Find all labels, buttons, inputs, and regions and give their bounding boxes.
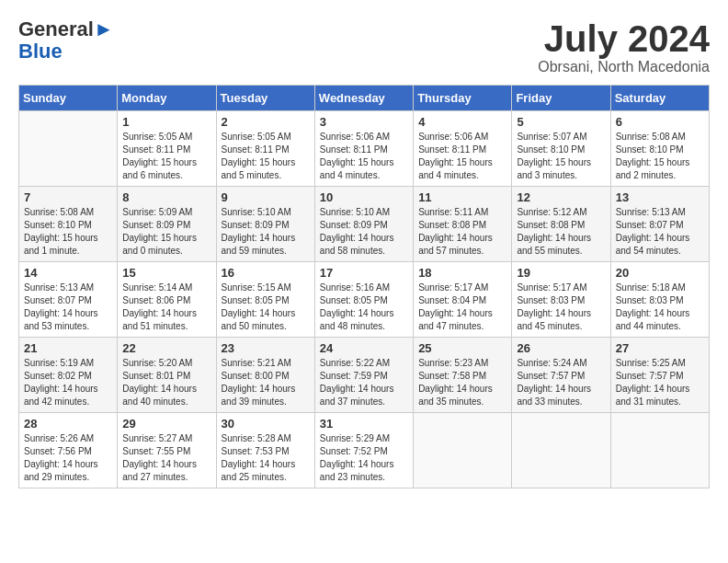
day-info: Sunrise: 5:27 AM Sunset: 7:55 PM Dayligh… <box>122 432 210 484</box>
calendar-cell: 23Sunrise: 5:21 AM Sunset: 8:00 PM Dayli… <box>216 338 314 413</box>
calendar-cell: 13Sunrise: 5:13 AM Sunset: 8:07 PM Dayli… <box>610 187 709 262</box>
week-row-4: 21Sunrise: 5:19 AM Sunset: 8:02 PM Dayli… <box>19 338 710 413</box>
calendar-cell: 20Sunrise: 5:18 AM Sunset: 8:03 PM Dayli… <box>610 262 709 338</box>
day-number: 12 <box>517 190 605 204</box>
calendar-cell: 10Sunrise: 5:10 AM Sunset: 8:09 PM Dayli… <box>314 187 413 262</box>
calendar-cell: 25Sunrise: 5:23 AM Sunset: 7:58 PM Dayli… <box>414 338 512 413</box>
calendar-cell: 24Sunrise: 5:22 AM Sunset: 7:59 PM Dayli… <box>314 338 413 413</box>
day-info: Sunrise: 5:17 AM Sunset: 8:03 PM Dayligh… <box>517 282 605 333</box>
week-row-2: 7Sunrise: 5:08 AM Sunset: 8:10 PM Daylig… <box>19 187 710 262</box>
calendar-cell: 31Sunrise: 5:29 AM Sunset: 7:52 PM Dayli… <box>314 413 413 488</box>
day-number: 8 <box>122 190 210 204</box>
day-number: 18 <box>418 266 506 280</box>
day-info: Sunrise: 5:23 AM Sunset: 7:58 PM Dayligh… <box>418 357 506 408</box>
day-number: 5 <box>517 115 605 129</box>
day-number: 31 <box>320 417 408 431</box>
calendar-cell: 9Sunrise: 5:10 AM Sunset: 8:09 PM Daylig… <box>216 187 314 262</box>
day-info: Sunrise: 5:05 AM Sunset: 8:11 PM Dayligh… <box>222 131 310 182</box>
day-number: 27 <box>616 341 704 355</box>
day-of-week-monday: Monday <box>118 86 216 111</box>
day-number: 14 <box>24 266 112 280</box>
logo: General► Blue <box>18 18 114 63</box>
page-header: General► Blue July 2024 Obrsani, North M… <box>18 18 710 75</box>
day-info: Sunrise: 5:17 AM Sunset: 8:04 PM Dayligh… <box>418 282 506 333</box>
week-row-1: 1Sunrise: 5:05 AM Sunset: 8:11 PM Daylig… <box>19 111 710 187</box>
day-number: 1 <box>122 115 210 129</box>
day-info: Sunrise: 5:29 AM Sunset: 7:52 PM Dayligh… <box>320 432 408 484</box>
day-number: 3 <box>320 115 408 129</box>
week-row-5: 28Sunrise: 5:26 AM Sunset: 7:56 PM Dayli… <box>19 413 710 488</box>
day-info: Sunrise: 5:16 AM Sunset: 8:05 PM Dayligh… <box>320 282 408 333</box>
day-of-week-saturday: Saturday <box>610 86 709 111</box>
day-number: 19 <box>517 266 605 280</box>
day-number: 4 <box>418 115 506 129</box>
calendar-cell: 21Sunrise: 5:19 AM Sunset: 8:02 PM Dayli… <box>19 338 118 413</box>
day-info: Sunrise: 5:11 AM Sunset: 8:08 PM Dayligh… <box>418 206 506 258</box>
day-number: 21 <box>24 341 112 355</box>
calendar-body: 1Sunrise: 5:05 AM Sunset: 8:11 PM Daylig… <box>19 111 710 488</box>
day-of-week-wednesday: Wednesday <box>314 86 413 111</box>
day-number: 13 <box>616 190 704 204</box>
day-number: 28 <box>24 417 112 431</box>
calendar-cell: 6Sunrise: 5:08 AM Sunset: 8:10 PM Daylig… <box>610 111 709 187</box>
day-of-week-tuesday: Tuesday <box>216 86 314 111</box>
calendar-cell <box>512 413 610 488</box>
location: Obrsani, North Macedonia <box>538 59 710 75</box>
calendar-cell: 29Sunrise: 5:27 AM Sunset: 7:55 PM Dayli… <box>118 413 216 488</box>
calendar-cell: 16Sunrise: 5:15 AM Sunset: 8:05 PM Dayli… <box>216 262 314 338</box>
day-number: 6 <box>616 115 704 129</box>
day-info: Sunrise: 5:25 AM Sunset: 7:57 PM Dayligh… <box>616 357 704 408</box>
calendar-cell <box>19 111 118 187</box>
calendar-cell: 17Sunrise: 5:16 AM Sunset: 8:05 PM Dayli… <box>314 262 413 338</box>
day-number: 2 <box>222 115 310 129</box>
calendar-cell <box>414 413 512 488</box>
day-number: 9 <box>222 190 310 204</box>
day-number: 29 <box>122 417 210 431</box>
calendar-table: SundayMondayTuesdayWednesdayThursdayFrid… <box>18 85 710 488</box>
calendar-cell: 15Sunrise: 5:14 AM Sunset: 8:06 PM Dayli… <box>118 262 216 338</box>
day-number: 15 <box>122 266 210 280</box>
calendar-cell: 2Sunrise: 5:05 AM Sunset: 8:11 PM Daylig… <box>216 111 314 187</box>
logo-blue: Blue <box>18 40 63 63</box>
day-info: Sunrise: 5:15 AM Sunset: 8:05 PM Dayligh… <box>222 282 310 333</box>
day-info: Sunrise: 5:20 AM Sunset: 8:01 PM Dayligh… <box>122 357 210 408</box>
day-number: 23 <box>222 341 310 355</box>
day-of-week-friday: Friday <box>512 86 610 111</box>
day-number: 7 <box>24 190 112 204</box>
calendar-cell: 19Sunrise: 5:17 AM Sunset: 8:03 PM Dayli… <box>512 262 610 338</box>
day-info: Sunrise: 5:08 AM Sunset: 8:10 PM Dayligh… <box>24 206 112 258</box>
day-info: Sunrise: 5:06 AM Sunset: 8:11 PM Dayligh… <box>418 131 506 182</box>
day-info: Sunrise: 5:22 AM Sunset: 7:59 PM Dayligh… <box>320 357 408 408</box>
day-info: Sunrise: 5:13 AM Sunset: 8:07 PM Dayligh… <box>24 282 112 333</box>
day-number: 30 <box>222 417 310 431</box>
day-of-week-header: SundayMondayTuesdayWednesdayThursdayFrid… <box>19 86 710 111</box>
day-number: 11 <box>418 190 506 204</box>
day-of-week-sunday: Sunday <box>19 86 118 111</box>
day-number: 24 <box>320 341 408 355</box>
calendar-cell: 7Sunrise: 5:08 AM Sunset: 8:10 PM Daylig… <box>19 187 118 262</box>
day-info: Sunrise: 5:06 AM Sunset: 8:11 PM Dayligh… <box>320 131 408 182</box>
day-info: Sunrise: 5:13 AM Sunset: 8:07 PM Dayligh… <box>616 206 704 258</box>
calendar-cell: 1Sunrise: 5:05 AM Sunset: 8:11 PM Daylig… <box>118 111 216 187</box>
day-info: Sunrise: 5:10 AM Sunset: 8:09 PM Dayligh… <box>222 206 310 258</box>
day-of-week-thursday: Thursday <box>414 86 512 111</box>
day-number: 10 <box>320 190 408 204</box>
calendar-cell: 18Sunrise: 5:17 AM Sunset: 8:04 PM Dayli… <box>414 262 512 338</box>
day-number: 20 <box>616 266 704 280</box>
day-info: Sunrise: 5:26 AM Sunset: 7:56 PM Dayligh… <box>24 432 112 484</box>
day-info: Sunrise: 5:05 AM Sunset: 8:11 PM Dayligh… <box>122 131 210 182</box>
week-row-3: 14Sunrise: 5:13 AM Sunset: 8:07 PM Dayli… <box>19 262 710 338</box>
calendar-cell: 28Sunrise: 5:26 AM Sunset: 7:56 PM Dayli… <box>19 413 118 488</box>
calendar-cell: 8Sunrise: 5:09 AM Sunset: 8:09 PM Daylig… <box>118 187 216 262</box>
calendar-cell: 22Sunrise: 5:20 AM Sunset: 8:01 PM Dayli… <box>118 338 216 413</box>
calendar-cell: 26Sunrise: 5:24 AM Sunset: 7:57 PM Dayli… <box>512 338 610 413</box>
day-number: 26 <box>517 341 605 355</box>
day-info: Sunrise: 5:09 AM Sunset: 8:09 PM Dayligh… <box>122 206 210 258</box>
day-info: Sunrise: 5:10 AM Sunset: 8:09 PM Dayligh… <box>320 206 408 258</box>
calendar-cell: 11Sunrise: 5:11 AM Sunset: 8:08 PM Dayli… <box>414 187 512 262</box>
day-info: Sunrise: 5:14 AM Sunset: 8:06 PM Dayligh… <box>122 282 210 333</box>
calendar-cell: 3Sunrise: 5:06 AM Sunset: 8:11 PM Daylig… <box>314 111 413 187</box>
calendar-cell <box>610 413 709 488</box>
day-number: 16 <box>222 266 310 280</box>
calendar-cell: 4Sunrise: 5:06 AM Sunset: 8:11 PM Daylig… <box>414 111 512 187</box>
